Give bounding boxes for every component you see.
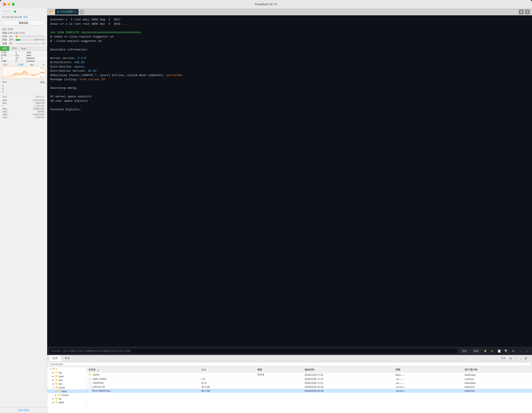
file-row-exploit-suggester[interactable]: 📄 linux-exploit-sug... 88.7 KB 2024/03/2… — [87, 389, 532, 393]
proc-tab-cmd[interactable]: 命令 — [19, 46, 28, 51]
file-row-cache[interactable]: 📁 .cache 文件夹 2018/12/05 17:01 drwx------… — [87, 373, 532, 377]
term-line: Possible Exploits: — [50, 107, 529, 112]
sync-status-label: 同步状态 — [2, 10, 13, 13]
header-perm[interactable]: 权限 — [394, 368, 463, 372]
term-line — [50, 26, 529, 30]
file-date: 2018/12/05 17:01 — [303, 373, 394, 376]
tab-bar: 📂 1 linux提权 ✕ + ⊞ ☰ — [47, 8, 532, 15]
tab-commands[interactable]: 命令 — [62, 355, 73, 361]
file-owner: root/root — [463, 377, 532, 381]
list-view-button[interactable]: ☰ — [525, 9, 530, 14]
file-manager: /home/hack ▼ 📁 / — [47, 361, 532, 413]
folder-icon-button[interactable]: 📂 — [49, 9, 54, 14]
disk-col-size: 可用/大小 — [35, 95, 44, 98]
options-button[interactable]: 选项 — [471, 349, 481, 354]
tree-label: boot — [59, 375, 63, 378]
tree-item-lib64[interactable]: ▶ 📁 lib64 — [47, 401, 86, 404]
disk-row: /run/...5M/5M — [2, 110, 45, 113]
tree-item-boot[interactable]: ▶ 📁 boot — [47, 374, 86, 378]
clipboard-icon[interactable]: 📋 — [496, 348, 502, 354]
file-perm: -rw------- — [394, 377, 463, 381]
file-type — [256, 390, 303, 391]
tab-linux[interactable]: 1 linux提权 ✕ — [55, 9, 79, 15]
term-line: $ ./linux-exploit-suggester.sh — [50, 39, 529, 43]
history-button[interactable]: 历史 — [460, 349, 469, 354]
latency-row-3: 0 — [2, 90, 45, 93]
term-line: 49 user space exploits — [50, 99, 529, 103]
header-owner[interactable]: 用户/用户组 — [463, 368, 532, 372]
file-type — [256, 379, 303, 379]
tree-item-root[interactable]: ▼ 📁 / — [47, 367, 86, 371]
history-toolbar-button[interactable]: 历史 — [500, 356, 507, 361]
search-icon[interactable]: 🔍 — [504, 348, 509, 354]
close-button[interactable] — [3, 3, 6, 6]
table-row: 5.1M 1 sshd — [0, 51, 47, 54]
tab-files[interactable]: 文件 — [49, 355, 61, 361]
file-name: 📄 .bash_history — [87, 377, 200, 381]
term-line: $ chmod +x linux-exploit-suggester.sh — [50, 35, 529, 39]
traffic-lights — [3, 3, 15, 6]
header-date[interactable]: 修改时间 — [303, 368, 394, 372]
file-row-xauthority[interactable]: 📄 .Xauthority 51 B 2018/12/05 17:01 -rw-… — [87, 381, 532, 385]
term-line: Architecture: x86_64 — [50, 60, 529, 65]
tab-bar-actions: ⊞ ☰ — [519, 9, 530, 14]
term-line: 81 kernel space exploits — [50, 94, 529, 99]
header-name[interactable]: 文件名 ▲ — [87, 368, 200, 372]
tree-item-lib[interactable]: ▶ 📁 lib — [47, 397, 86, 401]
tab-close-icon[interactable]: ✕ — [74, 10, 76, 13]
upload-icon[interactable]: ↑ — [514, 356, 518, 361]
tree-item-dev[interactable]: ▶ 📁 dev — [47, 378, 86, 382]
download-file-icon[interactable]: ↓ — [519, 356, 522, 361]
proc-cpu: 0.3 — [14, 54, 25, 57]
table-row: 5.8M 0 systemd — [0, 60, 47, 63]
mem-row: 内存 28% 130M/470M — [0, 38, 47, 42]
proc-tab-cpu[interactable]: CPU — [10, 46, 19, 51]
net-expand-icon[interactable]: ▼ — [42, 63, 45, 66]
disk-row: /dev...235M/235M — [2, 107, 45, 110]
settings-icon[interactable]: ⚙ — [511, 348, 516, 354]
add-tab-button[interactable]: + — [79, 9, 84, 14]
minimize-button[interactable] — [8, 3, 10, 6]
uptime-row: 运行 14 分 — [0, 28, 47, 31]
proc-tab-mem[interactable]: 内存 — [0, 46, 10, 51]
proc-cpu: 1 — [14, 51, 25, 54]
tree-item-home[interactable]: ▼ 📁 home — [47, 385, 86, 389]
term-line: Kernel version: 4.4.0 — [50, 56, 529, 61]
ip-row: IP 219.153.49.228 复制 — [0, 15, 47, 19]
cpu-bar — [16, 36, 17, 37]
file-row-bash-history[interactable]: 📄 .bash_history 1 B 2018/12/05 17:10 -rw… — [87, 377, 532, 381]
file-owner: hack/hack — [463, 381, 532, 385]
tree-item-bin[interactable]: ▶ 📁 bin — [47, 371, 86, 374]
tree-item-mozhe[interactable]: ▶ 📁 mozhe — [47, 393, 86, 397]
copy-ip-button[interactable]: 复制 — [23, 16, 28, 19]
file-row-linenum[interactable]: 📄 LinEnum.sh 45.5 KB 2024/03/29 10:26 -r… — [87, 385, 532, 389]
refresh-icon[interactable]: ↻ — [509, 356, 513, 361]
command-input[interactable] — [49, 348, 458, 354]
activate-button[interactable]: 激活/升级 — [0, 407, 47, 413]
expand-icon[interactable]: □ — [524, 348, 530, 354]
swap-row: 交换 0% 0/0 — [0, 42, 47, 45]
terminal[interactable]: drwxrwsr-x 2 root mail 4096 Aug 1 2017 .… — [47, 15, 532, 347]
header-size[interactable]: 大小 — [200, 368, 256, 372]
file-perm: -rw-rw-r-- — [394, 389, 463, 393]
sys-info-button[interactable]: 系统信息 — [2, 20, 45, 25]
ip-address: IP 219.153.49.228 — [2, 16, 22, 18]
grid-view-button[interactable]: ⊞ — [519, 9, 524, 14]
file-date: 2024/03/29 10:30 — [303, 389, 394, 393]
tree-item-hack[interactable]: ▼ 📁 hack — [47, 389, 86, 393]
lightning-icon[interactable]: ⚡ — [482, 348, 488, 354]
tree-item-etc[interactable]: ▶ 📁 etc — [47, 382, 86, 385]
header-type[interactable]: 类型 — [256, 368, 303, 372]
file-owner: hack/hack — [463, 373, 532, 376]
maximize-button[interactable] — [12, 3, 15, 6]
file-type: 文件夹 — [256, 373, 303, 377]
disk-row: /run44M/47M — [2, 102, 45, 105]
swap-label: 交换 — [2, 42, 8, 45]
file-name: 📄 linux-exploit-sug... — [87, 389, 200, 393]
titlebar: FinalShell 3.9.7.6 — [0, 0, 532, 8]
mem-label: 内存 — [2, 38, 8, 41]
upload2-icon[interactable]: ⬆ — [524, 356, 528, 361]
download-icon[interactable]: ↓ — [518, 348, 523, 354]
copy-icon[interactable]: ⧉ — [489, 348, 495, 354]
tree-label: / — [56, 368, 57, 370]
